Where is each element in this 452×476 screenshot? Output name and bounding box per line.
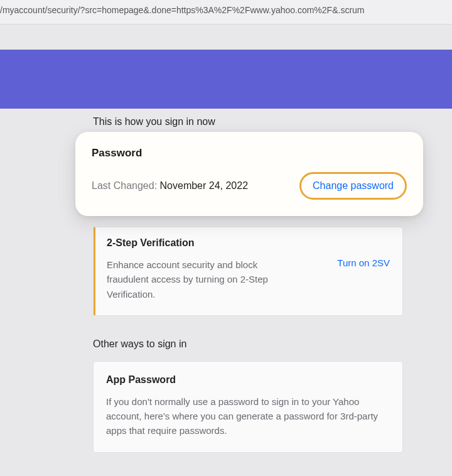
url-text: /myaccount/security/?src=homepage&.done=…	[0, 5, 365, 15]
header-banner	[0, 50, 452, 109]
turn-on-2sv-link[interactable]: Turn on 2SV	[337, 257, 390, 268]
section-heading-other: Other ways to sign in	[93, 338, 452, 350]
two-step-card: 2-Step Verification Enhance account secu…	[93, 227, 403, 316]
password-popup: Password Last Changed: November 24, 2022…	[75, 132, 423, 216]
url-bar[interactable]: /myaccount/security/?src=homepage&.done=…	[0, 0, 452, 24]
password-last-changed: Last Changed: November 24, 2022	[92, 180, 248, 192]
password-title: Password	[92, 147, 407, 160]
app-password-title: App Password	[106, 374, 390, 386]
app-password-card: App Password If you don't normally use a…	[93, 361, 403, 453]
two-step-row: Enhance account security and block fraud…	[107, 257, 390, 301]
last-changed-value: November 24, 2022	[160, 180, 249, 191]
two-step-card-inner: 2-Step Verification Enhance account secu…	[94, 227, 402, 315]
app-password-desc: If you don't normally use a password to …	[106, 394, 390, 438]
two-step-title: 2-Step Verification	[107, 237, 390, 249]
two-step-desc: Enhance account security and block fraud…	[107, 257, 295, 301]
password-row: Last Changed: November 24, 2022 Change p…	[92, 172, 407, 200]
change-password-button[interactable]: Change password	[299, 172, 407, 200]
section-heading-signin: This is how you sign in now	[93, 116, 452, 127]
last-changed-label: Last Changed:	[92, 180, 157, 191]
